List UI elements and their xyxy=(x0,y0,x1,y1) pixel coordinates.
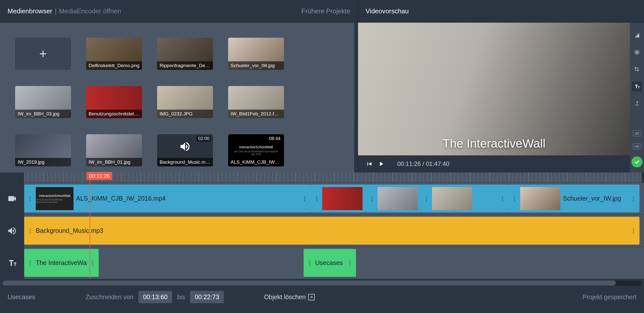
preview-viewport[interactable]: The InteractiveWall xyxy=(358,23,630,155)
text-direction-icon[interactable] xyxy=(632,99,642,109)
video-track: ⋮InteractiveSchoolWallam Carl-Jacob-Burc… xyxy=(0,183,644,215)
preview-header: Videovorschau xyxy=(358,0,644,23)
delete-object-button[interactable]: Objekt löschen ✕ xyxy=(264,293,315,301)
tracks: ⋮InteractiveSchoolWallam Carl-Jacob-Burc… xyxy=(0,183,644,279)
clip-handle-left[interactable]: ⋮ xyxy=(307,259,313,266)
clip-label: Background_Music.mp3 xyxy=(36,227,103,234)
header-separator: | xyxy=(55,7,57,15)
signal-icon[interactable] xyxy=(632,30,642,40)
text-icon[interactable] xyxy=(632,81,642,92)
timeline-scrollbar-thumb[interactable] xyxy=(3,281,616,286)
media-grid: Delfinskelett_Demo.pngRippenfragmente_De… xyxy=(0,23,358,172)
media-caption: Delfinskelett_Demo.png xyxy=(86,61,142,70)
video-clip[interactable]: ⋮⋮ xyxy=(420,185,509,212)
media-item[interactable]: 02:00Background_Music.mp3 xyxy=(157,134,213,166)
media-item[interactable]: Rippenfragmente_Dem... xyxy=(157,38,213,70)
top-section: Medienbrowser | MediaEncoder öffnen Früh… xyxy=(0,0,644,172)
video-lane[interactable]: ⋮InteractiveSchoolWallam Carl-Jacob-Burc… xyxy=(24,183,641,214)
audio-clip[interactable]: ⋮Background_Music.mp3⋮ xyxy=(24,217,639,245)
media-item[interactable]: 08:44InteractiveSchoolWallam Carl-Jacob-… xyxy=(228,134,284,166)
timeline-scrollbar[interactable] xyxy=(3,281,641,286)
trim-from-input[interactable]: 00:13:60 xyxy=(138,291,172,303)
video-track-icon xyxy=(0,183,24,214)
media-item[interactable]: IW_im_BBH_01.jpg xyxy=(86,134,142,166)
play-button[interactable] xyxy=(378,160,385,167)
preview-body: The InteractiveWall 00:11:26 / 01:47:40 xyxy=(358,23,644,172)
text-lane[interactable]: ⋮The InteractiveWall⋮⋮Usecases⋮ xyxy=(24,247,641,279)
clip-thumbnail xyxy=(322,187,363,210)
media-item[interactable]: Benutzungsschnitstelle... xyxy=(86,86,142,118)
playhead-badge[interactable]: 00:11:26 xyxy=(87,172,112,180)
media-item[interactable]: Schueler_vor_IW.jpg xyxy=(228,38,284,70)
media-caption: IW_im_BBH_03.jpg xyxy=(15,110,71,118)
hd-badge[interactable]: HD xyxy=(633,143,641,149)
clip-handle-right[interactable]: ⋮ xyxy=(347,259,353,266)
skip-back-button[interactable] xyxy=(366,160,373,167)
clip-handle-right[interactable]: ⋮ xyxy=(499,195,506,202)
clip-thumbnail: InteractiveSchoolWallam Carl-Jacob-Burck… xyxy=(36,187,74,210)
clip-handle-left[interactable]: ⋮ xyxy=(314,195,320,202)
audio-track: ⋮Background_Music.mp3⋮ xyxy=(0,215,644,247)
clip-handle-left[interactable]: ⋮ xyxy=(27,227,33,234)
media-item[interactable]: IMG_0232.JPG xyxy=(157,86,213,118)
video-clip[interactable]: ⋮Schueler_vor_IW.jpg⋮ xyxy=(509,185,639,212)
media-caption: ALS_KiMM_CJB_IW_201... xyxy=(228,158,284,166)
clip-handle-left[interactable]: ⋮ xyxy=(27,259,33,266)
time-ruler[interactable]: 00:11:26 xyxy=(24,172,641,183)
preview-main: The InteractiveWall 00:11:26 / 01:47:40 xyxy=(358,23,630,172)
text-clip[interactable]: ⋮Usecases⋮ xyxy=(304,249,356,277)
media-caption: Rippenfragmente_Dem... xyxy=(157,61,213,70)
link-recent-projects[interactable]: Frühere Projekte xyxy=(301,7,350,15)
save-status: Projekt gespeichert xyxy=(583,293,636,301)
clip-handle-left[interactable]: ⋮ xyxy=(27,195,33,202)
media-caption: IMG_0232.JPG xyxy=(157,110,213,118)
clip-handle-right[interactable]: ⋮ xyxy=(630,195,636,202)
crop-icon[interactable] xyxy=(632,64,642,74)
media-item[interactable]: IW_2019.jpg xyxy=(15,134,71,166)
media-caption: IW_im_BBH_01.jpg xyxy=(86,158,142,166)
clip-label: Schueler_vor_IW.jpg xyxy=(563,195,621,202)
clip-thumbnail xyxy=(520,187,560,210)
video-clip[interactable]: ⋮InteractiveSchoolWallam Carl-Jacob-Burc… xyxy=(24,185,311,212)
video-clip[interactable]: ⋮⋮ xyxy=(311,185,366,212)
clip-handle-right[interactable]: ⋮ xyxy=(630,227,636,234)
clip-handle-left[interactable]: ⋮ xyxy=(369,195,375,202)
media-item[interactable]: IW_Bild1Feb_2012.fw.p... xyxy=(228,86,284,118)
preview-panel: Videovorschau The InteractiveWall 00:11:… xyxy=(358,0,644,172)
clip-handle-left[interactable]: ⋮ xyxy=(423,195,430,202)
svg-point-1 xyxy=(636,52,638,53)
link-open-encoder[interactable]: MediaEncoder öffnen xyxy=(59,7,121,15)
confirm-button[interactable] xyxy=(631,156,642,167)
target-icon[interactable] xyxy=(632,47,642,57)
trim-label: Zuschneiden von xyxy=(86,293,133,301)
video-clip[interactable]: ⋮⋮ xyxy=(366,185,420,212)
preview-timecode: 00:11:26 / 01:47:40 xyxy=(397,160,449,167)
media-caption: Schueler_vor_IW.jpg xyxy=(228,61,284,70)
text-track: ⋮The InteractiveWall⋮⋮Usecases⋮ xyxy=(0,247,644,279)
media-item[interactable]: IW_im_BBH_03.jpg xyxy=(15,86,71,118)
trim-to-input[interactable]: 00:22:73 xyxy=(190,291,224,303)
delete-icon: ✕ xyxy=(308,294,315,300)
media-caption: IW_Bild1Feb_2012.fw.p... xyxy=(228,110,284,118)
text-clip[interactable]: ⋮The InteractiveWall⋮ xyxy=(24,249,99,277)
clip-handle-right[interactable]: ⋮ xyxy=(90,259,96,266)
media-browser-panel: Medienbrowser | MediaEncoder öffnen Früh… xyxy=(0,0,358,172)
clip-thumbnail xyxy=(378,187,418,210)
playhead-line[interactable] xyxy=(90,172,90,279)
clip-thumbnail xyxy=(432,187,472,210)
tab-media-browser[interactable]: Medienbrowser xyxy=(8,7,52,15)
audio-lane[interactable]: ⋮Background_Music.mp3⋮ xyxy=(24,215,641,247)
media-duration: 02:00 xyxy=(197,136,211,142)
media-caption: Benutzungsschnitstelle... xyxy=(86,110,142,118)
sd-badge[interactable]: SD xyxy=(633,130,641,136)
preview-tool-strip: SD HD xyxy=(630,23,644,172)
add-media-button[interactable] xyxy=(15,38,71,70)
media-caption: IW_2019.jpg xyxy=(15,158,71,166)
timeline-section: 00:11:26 ⋮InteractiveSchoolWallam Carl-J… xyxy=(0,172,644,313)
selected-clip-name: Usecases xyxy=(8,293,35,301)
clip-handle-right[interactable]: ⋮ xyxy=(302,195,308,202)
media-item[interactable]: Delfinskelett_Demo.png xyxy=(86,38,142,70)
clip-label: Usecases xyxy=(315,259,343,266)
clip-handle-left[interactable]: ⋮ xyxy=(512,195,518,202)
trim-to-label: bis xyxy=(177,293,185,301)
